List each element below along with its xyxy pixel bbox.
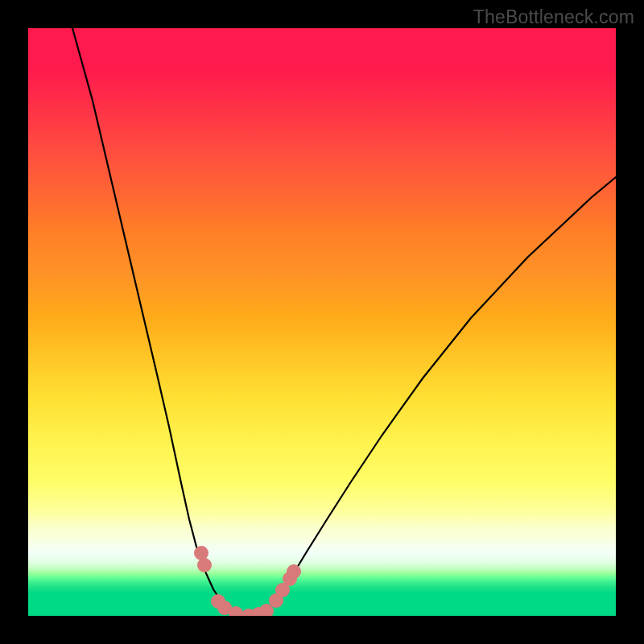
data-point-marker (197, 558, 212, 572)
plot-area (28, 28, 616, 616)
chart-frame: TheBottleneck.com (0, 0, 644, 644)
data-point-marker (287, 564, 301, 579)
left-curve (72, 28, 246, 616)
right-curve (254, 177, 616, 616)
watermark-text: TheBottleneck.com (473, 6, 634, 28)
chart-svg (28, 28, 616, 616)
curve-group (72, 28, 616, 616)
